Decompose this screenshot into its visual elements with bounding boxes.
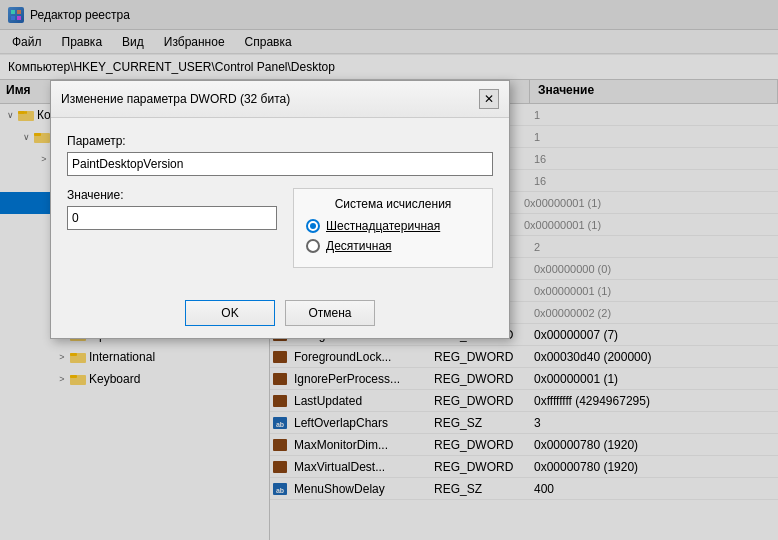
- dialog-close-button[interactable]: ✕: [479, 89, 499, 109]
- parameter-input[interactable]: [67, 152, 493, 176]
- cancel-button[interactable]: Отмена: [285, 300, 375, 326]
- dialog-title-bar: Изменение параметра DWORD (32 бита) ✕: [51, 81, 509, 118]
- radio-dec[interactable]: Десятичная: [306, 239, 480, 253]
- value-label: Значение:: [67, 188, 277, 202]
- value-input[interactable]: [67, 206, 277, 230]
- radio-hex-label: Шестнадцатеричная: [326, 219, 440, 233]
- dialog-bottom-section: Значение: Система исчисления Шестнадцате…: [67, 188, 493, 268]
- parameter-label: Параметр:: [67, 134, 493, 148]
- radio-dec-label: Десятичная: [326, 239, 392, 253]
- dialog-dword: Изменение параметра DWORD (32 бита) ✕ Па…: [50, 80, 510, 339]
- radio-hex[interactable]: Шестнадцатеричная: [306, 219, 480, 233]
- number-system-section: Система исчисления Шестнадцатеричная Дес…: [293, 188, 493, 268]
- dialog-overlay: Изменение параметра DWORD (32 бита) ✕ Па…: [0, 0, 778, 540]
- number-system-title: Система исчисления: [306, 197, 480, 211]
- ok-button[interactable]: OK: [185, 300, 275, 326]
- radio-hex-btn[interactable]: [306, 219, 320, 233]
- radio-dec-btn[interactable]: [306, 239, 320, 253]
- dialog-buttons: OK Отмена: [51, 292, 509, 338]
- value-section: Значение:: [67, 188, 277, 268]
- dialog-body: Параметр: Значение: Система исчисления Ш…: [51, 118, 509, 292]
- dialog-title: Изменение параметра DWORD (32 бита): [61, 92, 290, 106]
